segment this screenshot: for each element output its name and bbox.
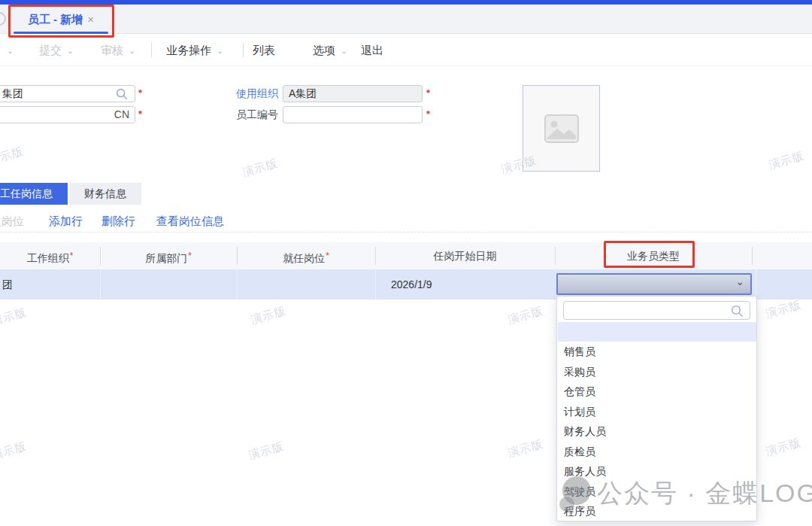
column-separator (100, 269, 101, 299)
chevron-down-icon: ⌄ (7, 46, 14, 55)
dropdown-option[interactable]: 财务人员 (557, 421, 756, 442)
add-row-label: 添加行 (49, 214, 83, 227)
chevron-down-icon: ⌄ (735, 275, 744, 287)
search-icon (731, 305, 744, 318)
toolbar-separator (243, 43, 244, 57)
code-suffix: CN (114, 108, 129, 120)
chevron-down-icon: ⌄ (341, 46, 347, 55)
use-org-label[interactable]: 使用组织 (235, 85, 278, 102)
demo-watermark: 演示版 (499, 154, 538, 177)
tab-employee-new[interactable]: 员工 - 新增× (14, 8, 108, 32)
dropdown-option-empty[interactable] (558, 322, 756, 342)
view-position-info-label: 查看岗位信息 (156, 214, 224, 227)
image-placeholder-icon (544, 114, 579, 143)
demo-watermark: 演示版 (0, 306, 29, 329)
delete-row-label: 删除行 (102, 214, 135, 227)
required-marker: * (138, 108, 142, 120)
column-separator (375, 247, 376, 265)
submit-label: 提交 (39, 44, 62, 56)
toolbar-separator (151, 43, 152, 57)
chevron-down-icon: ⌄ (129, 46, 135, 55)
delete-row-link[interactable]: 删除行 (102, 210, 135, 233)
employee-new-window: 演示版 演示版 演示版 演示版 演示版 演示版 演示版 演示版 演示版 演示版 … (0, 0, 812, 526)
demo-watermark: 演示版 (506, 304, 544, 327)
demo-watermark: 演示版 (506, 437, 544, 461)
use-org-value: A集团 (289, 87, 317, 99)
org-lookup-field[interactable]: 集团 (0, 85, 135, 102)
col-start-date-label: 任岗开始日期 (434, 250, 497, 262)
demo-watermark: 演示版 (764, 436, 802, 459)
required-marker: * (188, 251, 192, 261)
exit-button[interactable]: 退出 (361, 34, 383, 66)
col-salesperson-type-label: 业务员类型 (627, 250, 680, 262)
use-org-field: A集团 (283, 85, 423, 102)
dropdown-search-input[interactable] (563, 301, 750, 320)
cell-work-org[interactable]: 团 (2, 269, 13, 299)
col-position[interactable]: 就任岗位* (237, 242, 375, 269)
options-label: 选项 (313, 44, 335, 56)
dropdown-option[interactable]: 质检员 (557, 442, 756, 462)
demo-watermark: 演示版 (241, 157, 279, 180)
business-operations-button[interactable]: 业务操作⌄ (166, 34, 223, 66)
grid-action-bar: 改岗位 添加行 删除行 查看岗位信息 (0, 210, 812, 233)
column-separator (756, 269, 756, 299)
business-operations-label: 业务操作 (166, 44, 211, 56)
list-button[interactable]: 列表 (253, 34, 275, 66)
col-position-label: 就任岗位 (283, 252, 325, 264)
salesperson-type-select[interactable]: ⌄ (556, 273, 752, 295)
brand-logo-circle-small (559, 497, 574, 512)
col-department[interactable]: 所属部门* (100, 242, 237, 269)
dropdown-option[interactable]: 销售员 (557, 342, 756, 362)
column-separator (375, 269, 376, 299)
audit-label: 审核 (101, 44, 123, 56)
view-position-info-link[interactable]: 查看岗位信息 (156, 210, 224, 233)
audit-button[interactable]: 审核⌄ (101, 34, 135, 66)
tab-finance-info[interactable]: 财务信息 (69, 183, 141, 205)
toolbar-stub-chevron: ⌄ (2, 34, 14, 66)
submit-button[interactable]: 提交⌄ (39, 34, 74, 66)
required-marker: * (138, 87, 142, 99)
chevron-down-icon: ⌄ (217, 46, 223, 55)
col-start-date[interactable]: 任岗开始日期 (375, 242, 555, 269)
partial-circle-icon (0, 12, 6, 26)
list-label: 列表 (253, 44, 275, 56)
required-marker: * (426, 108, 430, 120)
dropdown-option[interactable]: 采购员 (557, 362, 756, 382)
brand-watermark: 公众号 · 金蝶LOG (597, 476, 812, 511)
required-marker: * (326, 251, 329, 261)
change-position-action: 改岗位 (0, 210, 24, 233)
col-salesperson-type[interactable]: 业务员类型 (555, 242, 752, 269)
column-separator (237, 269, 238, 299)
chevron-down-icon: ⌄ (67, 46, 74, 55)
column-separator (237, 247, 238, 265)
tab-position-info-label: 员工任岗信息 (0, 187, 53, 199)
column-separator (752, 247, 753, 265)
employee-no-label: 员工编号 (235, 106, 278, 123)
employee-no-field[interactable] (283, 106, 423, 123)
org-lookup-value: 集团 (2, 87, 23, 99)
column-separator (555, 247, 556, 265)
col-work-org-label: 工作组织 (27, 252, 69, 264)
toolbar: ⌄ 提交⌄ 审核⌄ 业务操作⌄ 列表 选项⌄ 退出 (0, 34, 812, 66)
demo-watermark: 演示版 (249, 304, 287, 327)
demo-watermark: 演示版 (0, 439, 29, 463)
tab-position-info[interactable]: 员工任岗信息 (0, 183, 68, 205)
required-marker: * (426, 87, 430, 99)
col-department-label: 所属部门 (145, 252, 187, 264)
close-icon[interactable]: × (87, 13, 94, 26)
demo-watermark: 演示版 (0, 144, 26, 168)
tab-finance-info-label: 财务信息 (84, 187, 126, 199)
required-marker: * (70, 251, 74, 261)
demo-watermark: 演示版 (764, 298, 802, 321)
document-tab-bar: 员工 - 新增× (0, 5, 812, 34)
search-icon[interactable] (116, 88, 128, 100)
cell-start-date[interactable]: 2026/1/9 (391, 269, 432, 299)
tab-title: 员工 - 新增 (28, 13, 83, 26)
add-row-link[interactable]: 添加行 (49, 210, 83, 233)
code-field[interactable]: CN (0, 106, 135, 123)
dropdown-option[interactable]: 仓管员 (557, 382, 756, 402)
change-position-label: 改岗位 (0, 214, 24, 227)
dropdown-option[interactable]: 计划员 (557, 402, 756, 422)
options-button[interactable]: 选项⌄ (313, 34, 347, 66)
col-work-org[interactable]: 工作组织* (0, 242, 100, 269)
